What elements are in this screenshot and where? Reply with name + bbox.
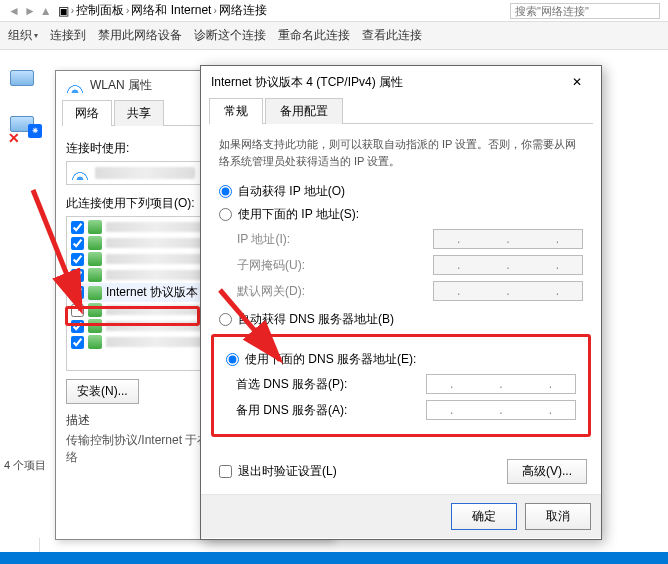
close-button[interactable]: ✕ <box>563 72 591 92</box>
ipv4-title: Internet 协议版本 4 (TCP/IPv4) 属性 <box>211 74 403 91</box>
item-checkbox[interactable] <box>71 221 84 234</box>
tab-network[interactable]: 网络 <box>62 100 112 126</box>
auto-ip-radio-row[interactable]: 自动获得 IP 地址(O) <box>219 183 583 200</box>
auto-dns-radio[interactable] <box>219 313 232 326</box>
ipv4-label: Internet 协议版本 4 ( <box>106 284 215 301</box>
gateway-input: ... <box>433 281 583 301</box>
component-icon <box>88 252 102 266</box>
bluetooth-icon: ⁕ <box>28 124 42 138</box>
component-icon <box>88 220 102 234</box>
taskbar <box>0 552 668 564</box>
ip-address-label: IP 地址(I): <box>237 231 290 248</box>
adapter-icon-disabled[interactable]: ✕⁕ <box>10 116 42 144</box>
adapter-icons-col: ✕⁕ <box>10 70 42 144</box>
use-dns-radio-row[interactable]: 使用下面的 DNS 服务器地址(E): <box>226 351 576 368</box>
component-icon <box>88 236 102 250</box>
install-button[interactable]: 安装(N)... <box>66 379 139 404</box>
item-checkbox[interactable] <box>71 320 84 333</box>
search-input[interactable] <box>510 3 660 19</box>
component-icon <box>88 303 102 317</box>
item-checkbox[interactable] <box>71 336 84 349</box>
wifi-icon <box>66 79 84 93</box>
cancel-button[interactable]: 取消 <box>525 503 591 530</box>
toolbar: 组织▾ 连接到 禁用此网络设备 诊断这个连接 重命名此连接 查看此连接 <box>0 22 668 50</box>
auto-ip-label: 自动获得 IP 地址(O) <box>238 183 345 200</box>
nav-back-forward[interactable]: ◄►▲ <box>8 4 52 18</box>
adapter-icon[interactable] <box>10 70 42 98</box>
taskbar-fragment <box>0 538 40 552</box>
breadcrumb-bar: ◄►▲ ▣ › 控制面板 › 网络和 Internet › 网络连接 <box>0 0 668 22</box>
subnet-input: ... <box>433 255 583 275</box>
tab-share[interactable]: 共享 <box>114 100 164 126</box>
alt-dns-input[interactable]: ... <box>426 400 576 420</box>
item-checkbox[interactable] <box>71 269 84 282</box>
component-icon <box>88 286 102 300</box>
subnet-label: 子网掩码(U): <box>237 257 305 274</box>
auto-ip-radio[interactable] <box>219 185 232 198</box>
toolbar-disable[interactable]: 禁用此网络设备 <box>98 27 182 44</box>
highlight-annotation-dns: 使用下面的 DNS 服务器地址(E): 首选 DNS 服务器(P):... 备用… <box>211 334 591 437</box>
component-icon <box>88 319 102 333</box>
use-ip-radio[interactable] <box>219 208 232 221</box>
toolbar-rename[interactable]: 重命名此连接 <box>278 27 350 44</box>
breadcrumb-seg[interactable]: 控制面板 <box>76 2 124 19</box>
item-checkbox[interactable] <box>71 304 84 317</box>
ok-button[interactable]: 确定 <box>451 503 517 530</box>
use-dns-label: 使用下面的 DNS 服务器地址(E): <box>245 351 416 368</box>
toolbar-diagnose[interactable]: 诊断这个连接 <box>194 27 266 44</box>
component-icon <box>88 335 102 349</box>
advanced-button[interactable]: 高级(V)... <box>507 459 587 484</box>
toolbar-organize[interactable]: 组织▾ <box>8 27 38 44</box>
adapter-name-redacted <box>95 167 195 179</box>
ip-address-input: ... <box>433 229 583 249</box>
validate-label: 退出时验证设置(L) <box>238 463 337 480</box>
tab-general[interactable]: 常规 <box>209 98 263 124</box>
toolbar-view-status[interactable]: 查看此连接 <box>362 27 422 44</box>
ipv4-description: 如果网络支持此功能，则可以获取自动指派的 IP 设置。否则，你需要从网络系统管理… <box>219 136 583 169</box>
ipv4-properties-dialog: Internet 协议版本 4 (TCP/IPv4) 属性 ✕ 常规 备用配置 … <box>200 65 602 540</box>
tab-alternate[interactable]: 备用配置 <box>265 98 343 124</box>
validate-checkbox-row[interactable]: 退出时验证设置(L) <box>219 463 337 480</box>
auto-dns-label: 自动获得 DNS 服务器地址(B) <box>238 311 394 328</box>
wifi-icon <box>71 166 89 180</box>
gateway-label: 默认网关(D): <box>237 283 305 300</box>
use-ip-label: 使用下面的 IP 地址(S): <box>238 206 359 223</box>
breadcrumb-seg[interactable]: 网络和 Internet <box>131 2 211 19</box>
alt-dns-label: 备用 DNS 服务器(A): <box>236 402 347 419</box>
breadcrumb-seg[interactable]: 网络连接 <box>219 2 267 19</box>
auto-dns-radio-row[interactable]: 自动获得 DNS 服务器地址(B) <box>219 311 583 328</box>
item-checkbox[interactable] <box>71 286 84 299</box>
use-dns-radio[interactable] <box>226 353 239 366</box>
use-ip-radio-row[interactable]: 使用下面的 IP 地址(S): <box>219 206 583 223</box>
validate-checkbox[interactable] <box>219 465 232 478</box>
item-checkbox[interactable] <box>71 237 84 250</box>
item-checkbox[interactable] <box>71 253 84 266</box>
items-count-label: 4 个项目 <box>4 458 46 473</box>
folder-icon: ▣ <box>58 4 69 18</box>
component-icon <box>88 268 102 282</box>
pref-dns-label: 首选 DNS 服务器(P): <box>236 376 347 393</box>
toolbar-connect[interactable]: 连接到 <box>50 27 86 44</box>
pref-dns-input[interactable]: ... <box>426 374 576 394</box>
